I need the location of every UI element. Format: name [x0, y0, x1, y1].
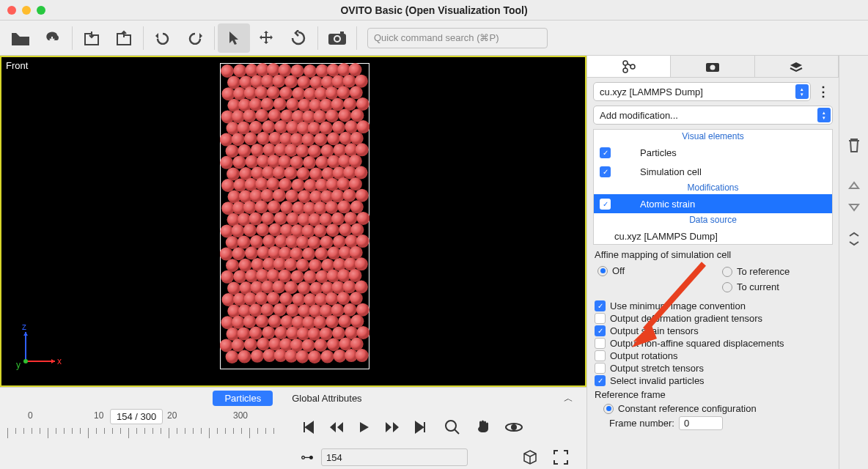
cube-view-button[interactable]: [519, 446, 541, 468]
export-button[interactable]: [108, 23, 140, 53]
svg-point-53: [232, 110, 245, 123]
delete-button[interactable]: [846, 136, 862, 154]
checkbox-icon[interactable]: ✓: [600, 147, 611, 158]
svg-point-128: [267, 177, 280, 191]
svg-point-292: [220, 339, 233, 352]
frame-number-label: Frame number:: [609, 418, 674, 429]
frame-number-value[interactable]: 0: [679, 416, 723, 430]
chk-strain[interactable]: ✓Output strain tensors: [595, 325, 831, 336]
datasource-menu-button[interactable]: ⋮: [814, 84, 833, 100]
pipeline-item-source[interactable]: cu.xyz [LAMMPS Dump]: [594, 226, 832, 245]
redo-button[interactable]: [179, 23, 211, 53]
svg-point-79: [257, 132, 270, 145]
svg-point-205: [327, 246, 340, 259]
move-tool-button[interactable]: [250, 23, 282, 53]
svg-point-327: [623, 68, 628, 73]
frame-number-input[interactable]: 154: [321, 448, 468, 466]
select-arrows-icon: [795, 84, 809, 99]
prev-frame-button[interactable]: [326, 416, 347, 438]
datasource-select[interactable]: cu.xyz [LAMMPS Dump]: [593, 82, 811, 101]
checkbox-icon[interactable]: ✓: [600, 166, 611, 177]
svg-point-180: [314, 224, 327, 237]
svg-point-140: [273, 189, 286, 202]
svg-point-214: [296, 259, 309, 272]
play-button[interactable]: [353, 416, 375, 438]
svg-point-11: [304, 64, 317, 78]
svg-point-107: [303, 156, 316, 169]
zoom-button[interactable]: [441, 416, 463, 438]
chk-mic[interactable]: ✓Use minimum image convention: [595, 300, 831, 311]
svg-point-116: [273, 166, 286, 180]
radio-constref[interactable]: Constant reference configuration: [603, 403, 831, 414]
svg-point-330: [710, 64, 715, 70]
select-tool-button[interactable]: [218, 23, 250, 53]
svg-point-260: [273, 303, 287, 317]
open-file-button[interactable]: [4, 23, 37, 53]
overlays-tab[interactable]: [755, 56, 839, 77]
rotate-tool-button[interactable]: [282, 23, 315, 53]
svg-point-295: [257, 337, 270, 350]
radio-to-reference[interactable]: To reference: [722, 266, 831, 277]
first-frame-button[interactable]: [298, 416, 320, 438]
svg-point-156: [314, 202, 327, 215]
svg-point-266: [343, 303, 356, 317]
pipeline-item-atomic-strain[interactable]: ✓Atomic strain: [594, 194, 832, 213]
svg-point-299: [302, 339, 315, 352]
tab-global-attributes[interactable]: Global Attributes: [280, 391, 373, 406]
svg-point-294: [244, 338, 257, 351]
render-button[interactable]: [321, 23, 353, 53]
chk-rot[interactable]: Output rotations: [595, 350, 831, 361]
pipeline-item-particles[interactable]: ✓Particles: [594, 143, 832, 162]
add-modification-select[interactable]: Add modification...: [593, 106, 833, 125]
svg-point-219: [355, 257, 368, 270]
orbit-button[interactable]: [503, 416, 525, 438]
svg-point-43: [261, 97, 274, 111]
download-button[interactable]: [37, 23, 69, 53]
viewport[interactable]: Front x z y: [0, 56, 586, 387]
expand-button[interactable]: [847, 232, 861, 246]
last-frame-button[interactable]: [409, 416, 431, 438]
svg-point-8: [267, 63, 280, 76]
svg-point-282: [249, 327, 262, 340]
fit-view-button[interactable]: [550, 446, 572, 468]
svg-point-248: [267, 292, 280, 305]
svg-point-238: [298, 281, 311, 295]
checkbox-icon[interactable]: ✓: [600, 199, 611, 210]
chk-defgrad[interactable]: Output deformation gradient tensors: [595, 313, 831, 324]
radio-off[interactable]: Off: [597, 265, 625, 276]
move-down-button[interactable]: [847, 202, 861, 213]
frame-indicator[interactable]: 154 / 300: [110, 409, 163, 424]
svg-point-306: [251, 350, 264, 363]
svg-point-146: [343, 189, 356, 202]
svg-point-195: [356, 234, 369, 248]
chk-stretch[interactable]: Output stretch tensors: [595, 363, 831, 374]
svg-point-56: [268, 109, 282, 122]
move-up-button[interactable]: [847, 180, 861, 191]
next-frame-button[interactable]: [381, 416, 403, 438]
svg-point-71: [308, 122, 321, 135]
svg-point-190: [296, 236, 309, 249]
import-button[interactable]: [76, 23, 108, 53]
chk-selinv[interactable]: ✓Select invalid particles: [595, 375, 831, 386]
timeline-ticks[interactable]: [7, 425, 276, 440]
svg-point-78: [244, 132, 257, 145]
svg-point-26: [343, 75, 356, 88]
svg-point-270: [243, 315, 257, 328]
collapse-tabs-button[interactable]: ︿: [564, 392, 573, 405]
svg-point-204: [315, 247, 328, 260]
viewport-label: Front: [6, 60, 28, 71]
radio-to-current[interactable]: To current: [722, 281, 831, 292]
chk-nonaffine[interactable]: Output non-affine squared displacements: [595, 338, 831, 349]
pan-button[interactable]: [472, 416, 494, 438]
svg-point-243: [355, 281, 368, 294]
pipeline-tab[interactable]: [587, 56, 671, 77]
tab-particles[interactable]: Particles: [213, 391, 273, 406]
svg-point-293: [232, 339, 245, 352]
svg-point-312: [321, 350, 334, 363]
pipeline-item-simcell[interactable]: ✓Simulation cell: [594, 162, 832, 181]
undo-button[interactable]: [147, 23, 179, 53]
svg-point-88: [226, 144, 239, 158]
command-search-input[interactable]: Quick command search (⌘P): [367, 28, 548, 48]
render-tab[interactable]: [671, 56, 754, 77]
svg-point-84: [314, 133, 327, 146]
